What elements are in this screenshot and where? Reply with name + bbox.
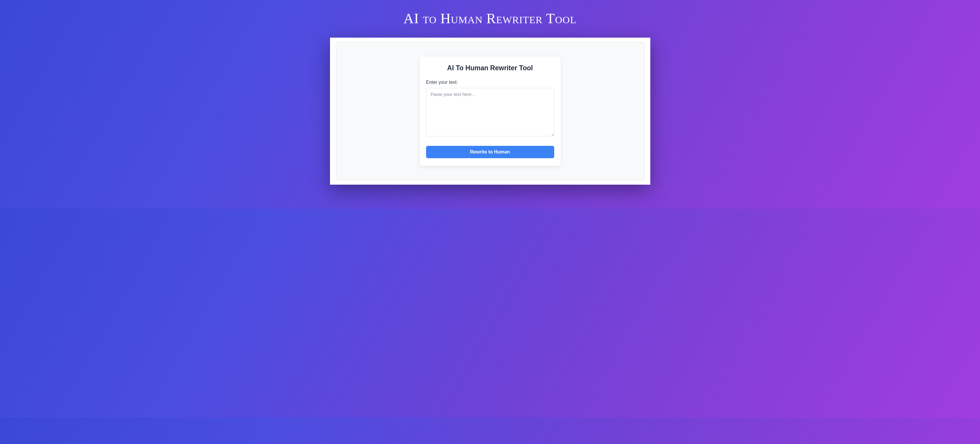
form-card: AI To Human Rewriter Tool Enter your tex… bbox=[420, 56, 561, 166]
card-title: AI To Human Rewriter Tool bbox=[426, 64, 554, 72]
page-title: AI to Human Rewriter Tool bbox=[6, 10, 974, 26]
inner-panel: AI To Human Rewriter Tool Enter your tex… bbox=[336, 42, 644, 180]
outer-card: AI To Human Rewriter Tool Enter your tex… bbox=[330, 38, 650, 185]
text-input[interactable] bbox=[426, 88, 554, 136]
rewrite-button[interactable]: Rewrite to Human bbox=[426, 146, 554, 158]
input-label: Enter your text: bbox=[426, 80, 554, 85]
